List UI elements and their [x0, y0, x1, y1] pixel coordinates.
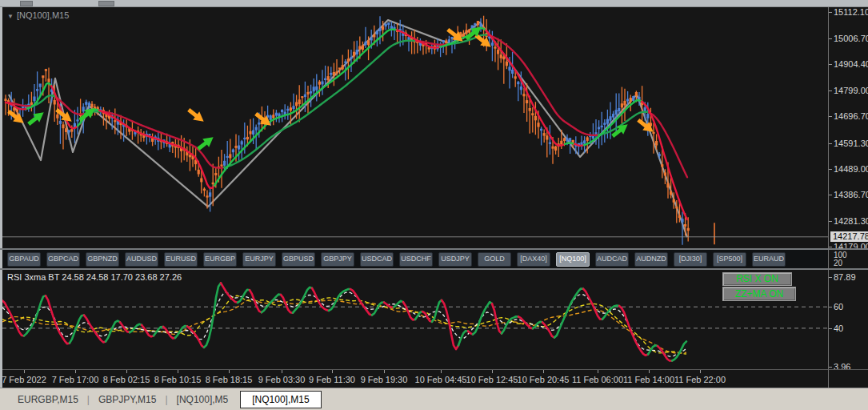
symbol-tab-gbpusd[interactable]: GBPUSD [282, 252, 315, 267]
price-tick [829, 247, 832, 247]
symbol-tab-gbpjpy[interactable]: GBPJPY [321, 252, 354, 267]
time-tick [75, 370, 76, 373]
rsi-tick [829, 277, 832, 278]
time-axis-label: 10 Feb 12:45 [466, 375, 518, 384]
rsi-tick [829, 307, 832, 308]
toolbar-fragment-icon [98, 1, 114, 6]
symbol-tab-gbpnzd[interactable]: GBPNZD [86, 252, 119, 267]
time-tick [24, 370, 25, 373]
price-tick [829, 64, 832, 65]
time-tick [492, 370, 493, 373]
price-scale-label: 14591.30 [834, 139, 868, 148]
symbol-tab-sp500[interactable]: [SP500] [713, 252, 746, 267]
symbol-button-bar: GBPAUDGBPCADGBPNZDAUDUSDEURUSDEURGBPEURJ… [2, 250, 828, 268]
symbol-tab-usdchf[interactable]: USDCHF [399, 252, 433, 267]
chevron-down-icon: ▼ [7, 13, 14, 20]
price-tick [829, 116, 832, 117]
time-tick [229, 370, 230, 373]
price-tick [829, 38, 832, 39]
symbol-tab-usdjpy[interactable]: USDJPY [438, 252, 472, 267]
price-scale-label: 14696.70 [834, 111, 868, 121]
symbol-tab-eurgbp[interactable]: EURGBP [203, 252, 237, 267]
rsi-x-toggle-button[interactable]: RSI X ON [722, 272, 792, 286]
current-price-badge: 14217.78 [830, 231, 868, 242]
time-tick [332, 370, 333, 373]
symbol-tab-eurusd[interactable]: EURUSD [164, 252, 198, 267]
price-scale-label: 15112.10 [834, 7, 868, 17]
chart-tab-eurgbp-m15[interactable]: EURGBP,M15 [10, 392, 86, 408]
rsi-indicator-panel[interactable]: RSI 3xma BT 24.58 24.58 17.70 23.68 27.2… [2, 270, 828, 369]
tab-separator: | [87, 394, 90, 405]
time-axis-label: 10 Feb 20:45 [518, 375, 570, 384]
time-tick [441, 370, 442, 373]
chart-tab-nq100-m5[interactable]: [NQ100],M5 [169, 392, 237, 408]
time-tick [543, 370, 544, 373]
symbol-tab-audusd[interactable]: AUDUSD [125, 252, 158, 267]
time-axis-label: 8 Feb 18:15 [206, 375, 253, 384]
price-tick [829, 90, 832, 91]
time-axis-label: 7 Feb 17:00 [52, 375, 99, 384]
price-tick [829, 169, 832, 170]
time-axis-label: 9 Feb 19:30 [361, 375, 408, 384]
time-tick [282, 370, 282, 373]
time-axis-label: 9 Feb 11:30 [309, 375, 355, 384]
time-tick [700, 370, 701, 373]
symbol-tab-audnzd[interactable]: AUDNZD [634, 252, 668, 267]
chart-tab-gbpjpy-m15[interactable]: GBPJPY,M15 [90, 392, 164, 408]
time-axis: 7 Feb 20227 Feb 17:008 Feb 02:158 Feb 10… [2, 369, 828, 388]
symbol-tab-dji30[interactable]: [DJI30] [674, 252, 707, 267]
symbol-tab-usdcad[interactable]: USDCAD [360, 252, 394, 267]
symbol-tab-euraud[interactable]: EURAUD [752, 252, 786, 267]
symbol-tab-gbpaud[interactable]: GBPAUD [7, 252, 41, 267]
time-axis-label: 8 Feb 10:15 [154, 375, 202, 384]
time-tick [384, 370, 385, 373]
price-chart-canvas[interactable] [2, 7, 828, 248]
rsi-scale-label: 87.89 [834, 272, 856, 282]
rsi-tick [829, 328, 832, 329]
price-scale-label: 14489.00 [834, 164, 868, 174]
rsi-indicator-title: RSI 3xma BT 24.58 24.58 17.70 23.68 27.2… [7, 272, 182, 282]
time-tick [649, 370, 650, 373]
price-scale-axis: 15112.1015006.7014904.4014799.0014696.70… [828, 7, 868, 248]
rsi-indicator-canvas[interactable] [2, 270, 828, 369]
price-tick [829, 195, 832, 195]
price-tick [829, 143, 832, 144]
price-scale-label: 14386.70 [834, 190, 868, 199]
rsi-scale-label: 40 [834, 324, 843, 333]
symbol-tab-gold[interactable]: GOLD [478, 252, 511, 267]
symbol-tab-audcad[interactable]: AUDCAD [595, 252, 629, 267]
chart-tab-bar: EURGBP,M15|GBPJPY,M15|[NQ100],M5[NQ100],… [0, 388, 868, 410]
sell-arrow-icon [186, 106, 207, 126]
subwindow-scale-label: 20 [834, 259, 868, 267]
symbol-tab-eurjpy[interactable]: EURJPY [242, 252, 276, 267]
time-axis-label: 10 Feb 04:45 [415, 375, 467, 384]
symbol-tab-nq100[interactable]: [NQ100] [556, 252, 590, 267]
time-axis-label: 11 Feb 06:00 [572, 375, 623, 384]
price-scale-label: 14904.40 [834, 59, 868, 69]
tab-separator: | [165, 394, 167, 405]
symbol-tab-dax40[interactable]: [DAX40] [517, 252, 550, 267]
rsi-scale-axis: 87.8960403.96 [828, 270, 868, 369]
price-tick [829, 221, 832, 222]
time-axis-label: 7 Feb 2022 [2, 375, 46, 384]
rsi-tick [829, 367, 832, 368]
time-axis-label: 11 Feb 14:00 [623, 375, 674, 384]
time-tick [178, 370, 178, 373]
price-scale-label: 15006.70 [834, 34, 868, 43]
chart-tab-nq100-m15[interactable]: [NQ100],M15 [240, 391, 321, 408]
mt4-window: ▼[NQ100],M15 15112.1015006.7014904.40147… [0, 0, 868, 410]
time-axis-label: 8 Feb 02:15 [103, 375, 150, 384]
time-tick [126, 370, 127, 373]
zz-ma-toggle-button[interactable]: ZZ+MA ON [722, 287, 796, 301]
symbol-bar-scale: 10020 [828, 250, 868, 268]
toolbar-strip [0, 0, 868, 7]
rsi-scale-label: 60 [834, 302, 843, 312]
time-axis-label: 9 Feb 03:30 [258, 375, 306, 384]
axis-corner [828, 369, 868, 388]
price-scale-label: 14281.30 [834, 216, 868, 226]
symbol-tab-gbpcad[interactable]: GBPCAD [46, 252, 80, 267]
time-axis-label: 11 Feb 22:00 [674, 375, 726, 384]
toolbar-fragment-icon [20, 1, 33, 6]
price-chart-panel[interactable]: ▼[NQ100],M15 [2, 7, 828, 248]
price-scale-label: 14799.00 [834, 86, 868, 95]
